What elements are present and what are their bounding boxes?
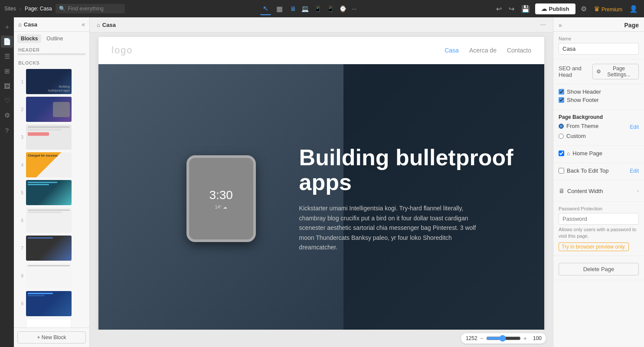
sites-link[interactable]: Sites [4, 6, 16, 12]
redo-button[interactable]: ↪ [507, 3, 516, 15]
seo-section: SEO and Head ⚙ Page Settings... [553, 59, 644, 84]
home-page-icon: ⌂ [97, 22, 100, 28]
favorites-icon-button[interactable]: ♡ [1, 95, 13, 107]
show-footer-row: Show Footer [559, 97, 639, 103]
right-panel: » Page Name SEO and Head ⚙ Page Settings… [553, 17, 644, 347]
blocks-list: 1 Buildingbulletproof apps 2 3 [14, 66, 89, 327]
home-page-row: ⌂ Home Page [559, 150, 639, 157]
user-button[interactable]: 👤 [628, 3, 640, 15]
desktop-device-button[interactable]: 🖥 [288, 3, 298, 14]
menu-icon-button[interactable]: ☰ [1, 50, 13, 62]
preview-link[interactable]: Try in browser preview only. [559, 242, 629, 251]
hero-section: 3:30 14° ☁ Building bulletproof apps Kic… [98, 64, 544, 330]
zoom-control: 1252 − + 100 [461, 333, 546, 344]
zoom-in-button[interactable]: + [523, 335, 527, 342]
components-icon-button[interactable]: ⊞ [1, 65, 13, 77]
list-item[interactable]: 8 [16, 262, 88, 289]
back-to-top-checkbox[interactable] [559, 168, 564, 174]
back-to-top-edit-link[interactable]: Edit [630, 168, 639, 174]
assets-icon-button[interactable]: 🖼 [1, 80, 13, 92]
list-item[interactable]: 6 [16, 207, 88, 234]
home-page-checkbox[interactable] [559, 151, 564, 156]
laptop-device-button[interactable]: 💻 [299, 3, 311, 14]
collapse-panel-button[interactable]: « [82, 21, 85, 28]
block-number: 4 [17, 163, 23, 167]
delete-page-button[interactable]: Delete Page [559, 263, 639, 275]
mobile-device-button[interactable]: 📱 [324, 3, 336, 14]
nav-link-contacto[interactable]: Contacto [507, 47, 531, 54]
list-item[interactable]: 3 [16, 124, 88, 151]
nav-link-acerca[interactable]: Acerca de [469, 47, 497, 54]
block-thumbnail: Charged for success [26, 152, 72, 177]
list-item[interactable]: 4 Charged for success [16, 151, 88, 178]
show-header-checkbox[interactable] [559, 89, 564, 95]
password-input[interactable] [559, 213, 639, 225]
show-header-label: Show Header [567, 88, 601, 95]
add-icon-button[interactable]: ＋ [1, 21, 13, 33]
block-thumbnail [26, 124, 72, 150]
search-input[interactable] [68, 6, 120, 12]
canvas-scroll[interactable]: logo Casa Acerca de Contacto 3:30 14° ☁ [90, 33, 553, 330]
list-item[interactable]: 2 [16, 96, 88, 123]
page-title: Casa [102, 22, 116, 28]
list-item[interactable]: 10 [16, 318, 88, 327]
cursor-tool-button[interactable]: ↖ [260, 3, 271, 15]
new-block-button[interactable]: + New Block [17, 331, 86, 344]
show-footer-checkbox[interactable] [559, 97, 564, 103]
block-thumbnail [26, 236, 72, 261]
expand-panel-button[interactable]: » [559, 22, 562, 29]
tablet-device-button[interactable]: 📱 [312, 3, 324, 14]
password-hint: Allows only users with a password to vis… [559, 226, 639, 240]
nav-links: Casa Acerca de Contacto [445, 47, 531, 54]
block-number: 1 [17, 79, 23, 84]
back-to-top-row: Back To Edit Top Edit [559, 167, 639, 174]
watch-device-button[interactable]: ⌚ [337, 3, 349, 14]
background-section: Page Background From Theme Edit Custom [553, 110, 644, 146]
page-settings-button[interactable]: ⚙ Page Settings... [592, 64, 639, 79]
block-number: 5 [17, 190, 23, 195]
block-thumbnail [26, 291, 72, 316]
separator: › [20, 6, 21, 12]
custom-radio[interactable] [559, 134, 564, 139]
block-number: 8 [17, 274, 23, 278]
content-width-row[interactable]: 🖥 Content Width › [559, 185, 639, 197]
from-theme-label: From Theme [566, 123, 598, 129]
list-item[interactable]: 5 [16, 179, 88, 206]
settings-icon-button[interactable]: ⚙ [1, 109, 13, 121]
save-button[interactable]: 💾 [520, 3, 532, 15]
more-device-button[interactable]: ··· [350, 3, 359, 14]
pages-icon-button[interactable]: 📄 [1, 36, 13, 48]
right-panel-header: » Page [553, 17, 644, 32]
canvas-header: ⌂ Casa ··· [90, 17, 553, 33]
list-item[interactable]: 7 [16, 235, 88, 262]
tab-blocks[interactable]: Blocks [17, 34, 41, 43]
from-theme-row: From Theme Edit [559, 123, 639, 131]
header-footer-section: Show Header Show Footer [553, 84, 644, 110]
back-to-top-section: Back To Edit Top Edit [553, 163, 644, 180]
content-width-label: 🖥 Content Width [559, 187, 603, 194]
list-item[interactable]: 1 Buildingbulletproof apps [16, 68, 88, 95]
nav-link-casa[interactable]: Casa [445, 47, 459, 54]
zoom-out-button[interactable]: − [480, 335, 484, 342]
canvas-more-button[interactable]: ··· [540, 21, 546, 29]
topbar-left: Sites › Page: Casa 🔍 [4, 4, 125, 13]
premium-button[interactable]: ♛ Premium [592, 3, 624, 15]
help-icon-button[interactable]: ? [1, 124, 13, 136]
undo-button[interactable]: ↩ [494, 3, 503, 15]
structure-tool-button[interactable]: ▦ [274, 3, 285, 15]
page-name: Page: Casa [25, 6, 52, 12]
bg-section-heading: Page Background [559, 114, 639, 120]
publish-button[interactable]: ☁ Publish [535, 3, 575, 14]
home-icon: ⌂ [18, 21, 22, 28]
tab-outline[interactable]: Outline [43, 34, 66, 43]
page-name-input[interactable] [559, 43, 639, 55]
back-to-top-label: Back To Edit Top [567, 167, 608, 174]
content-width-text: Content Width [567, 188, 603, 194]
block-thumbnail [26, 97, 72, 122]
account-settings-button[interactable]: ⚙ [579, 3, 588, 15]
list-item[interactable]: 9 [16, 290, 88, 317]
bg-edit-link[interactable]: Edit [630, 124, 639, 130]
zoom-slider[interactable] [486, 335, 521, 342]
from-theme-radio[interactable] [559, 124, 564, 129]
homepage-section: ⌂ Home Page [553, 146, 644, 163]
